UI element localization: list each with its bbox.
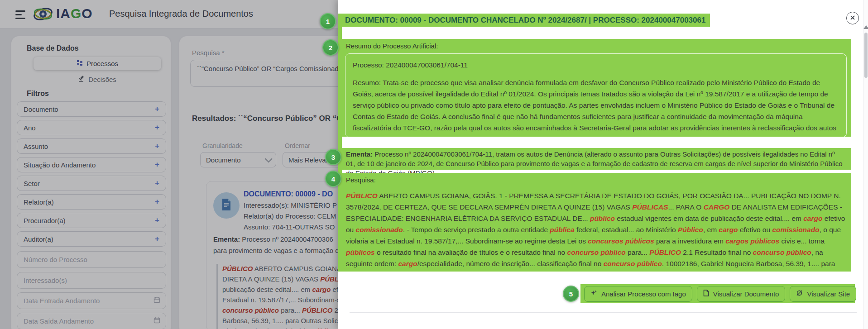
pesquisa-heading: Pesquisa: xyxy=(346,176,851,184)
modal-divider xyxy=(350,312,857,313)
close-icon xyxy=(850,14,855,22)
step-badge-4: 4 xyxy=(325,171,341,187)
view-site-label: Visualizar Site xyxy=(807,290,850,298)
app-window: IAGO Pesquisa Integrada de Documentos Ba… xyxy=(0,0,868,329)
pesquisa-text: PÚBLICO ABERTO CAMPUS GOIANA, GOIÂS. 1 -… xyxy=(346,190,846,272)
step-badge-1: 1 xyxy=(320,13,336,29)
resumo-text: Resumo: Trata-se de processo que visa an… xyxy=(353,77,839,137)
resumo-box: Processo: 202400047003061/704-11 Resumo:… xyxy=(345,53,847,137)
close-button[interactable] xyxy=(846,12,859,24)
actions-band: Analisar Processo com Iago Visualizar Do… xyxy=(580,284,855,303)
document-detail-modal: DOCUMENTO: 00009 - DOCUMENTO CHANCELADO … xyxy=(338,0,868,329)
scroll-up-arrow-icon[interactable] xyxy=(863,25,868,29)
ementa-label: Ementa: xyxy=(346,150,373,158)
link-icon xyxy=(796,290,803,298)
scrollbar[interactable] xyxy=(863,0,868,329)
step-badge-2: 2 xyxy=(322,39,339,56)
modal-title: DOCUMENTO: 00009 - DOCUMENTO CHANCELADO … xyxy=(340,14,710,27)
document-icon xyxy=(703,290,709,298)
analyze-label: Analisar Processo com Iago xyxy=(601,290,686,298)
view-document-button[interactable]: Visualizar Documento xyxy=(697,286,786,302)
step-badge-3: 3 xyxy=(325,149,341,165)
scrollbar-thumb[interactable] xyxy=(864,33,868,78)
pesquisa-section: Pesquisa: PÚBLICO ABERTO CAMPUS GOIANA, … xyxy=(340,173,851,272)
analyze-with-iago-button[interactable]: Analisar Processo com Iago xyxy=(584,286,692,302)
step-badge-5: 5 xyxy=(563,286,579,302)
ementa-section: Ementa: Processo nº 202400047003061/704-… xyxy=(340,148,851,170)
sparkle-icon xyxy=(590,290,597,298)
resumo-heading: Resumo do Processo Artificial: xyxy=(346,42,851,50)
resumo-processo-line: Processo: 202400047003061/704-11 xyxy=(353,59,839,71)
resumo-section: Resumo do Processo Artificial: Processo:… xyxy=(340,39,851,137)
view-site-button[interactable]: Visualizar Site xyxy=(790,286,856,302)
view-document-label: Visualizar Documento xyxy=(713,290,779,298)
